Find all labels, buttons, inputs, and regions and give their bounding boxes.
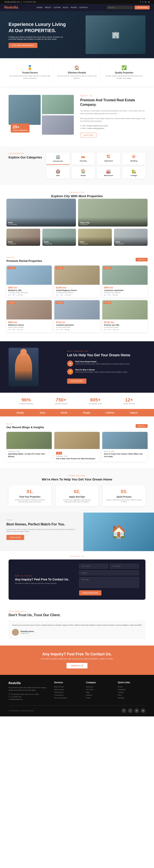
city-berlin[interactable]: Paris 5 Properties	[6, 229, 40, 246]
nav-contact[interactable]: CONTACT	[79, 6, 88, 8]
property-card-5[interactable]: For Rent $720 /mo Cardinal Apartment 44 …	[54, 300, 100, 332]
step-title-1: Find Your Properties	[12, 496, 48, 498]
footer-link-buy[interactable]: Buy A Home	[54, 686, 82, 688]
step-num-1: 01.	[12, 489, 48, 494]
youtube-icon[interactable]: yt	[148, 1, 150, 3]
contact-name-input[interactable]	[79, 564, 108, 569]
list-property-button[interactable]: List Property	[134, 6, 150, 9]
cottage-icon: 🏡	[124, 169, 144, 174]
property-card-6[interactable]: For Sale $1100 /mo Prairiue Apt Villa 8 …	[102, 300, 148, 332]
stat-deals-label: Successful Deals	[89, 403, 102, 405]
blog-card-3[interactable]: March 18, 2024 How To Keep Your House Cl…	[102, 432, 148, 462]
search-input[interactable]	[107, 6, 133, 9]
hero-cta-button[interactable]: EXPLORE PROPERTIES	[8, 43, 37, 48]
linkedin-icon[interactable]: in	[145, 1, 146, 3]
rental-view-all-button[interactable]: VIEW ALL	[136, 258, 148, 261]
footer-twitter-icon[interactable]: t	[128, 708, 132, 713]
city-paris[interactable]: Paris 12 Properties	[6, 199, 76, 226]
cta-feature-icon-2: 🔑	[67, 369, 73, 375]
city-rome[interactable]: Paris 4 Properties	[78, 229, 112, 246]
footer-link-faq[interactable]: FAQ	[118, 694, 146, 696]
blog-card-2[interactable]: NEW February 5, 2024 Get A New Year Prom…	[54, 432, 100, 462]
categories-grid: 🏢 Commercial 🏘 Housing 🏗 Apartment 🏛 Bui…	[46, 152, 146, 179]
property-name-1: Blueberry Villa	[8, 289, 50, 291]
testimonial-card: " Incidunt qui consectetur ipsum dolore …	[8, 620, 146, 639]
cat-cottage[interactable]: 🏡 Cottage	[122, 167, 146, 179]
footer-link-commercial[interactable]: Commercial	[54, 694, 82, 696]
footer-link-preconstruction[interactable]: Pre-Construction	[54, 697, 82, 699]
stat-tenants: 750+ Satisfied Tenants	[54, 397, 68, 405]
city-london[interactable]: Paris 7 Properties	[42, 229, 76, 246]
footer-link-sitemap[interactable]: Sitemap	[118, 697, 146, 699]
cta-section: WHY CHOOSE US? Let Us Help You Get Your …	[0, 341, 154, 393]
footer-link-careers[interactable]: Careers	[86, 694, 114, 696]
footer-linkedin-icon[interactable]: in	[134, 708, 139, 713]
brand-hofbrew: hofbrew	[106, 411, 114, 414]
footer-link-rent[interactable]: Rent A Home	[54, 689, 82, 690]
footer-link-home[interactable]: Home	[118, 686, 146, 688]
years-badge: 25+ Years In Business	[11, 124, 30, 132]
contact-submit-button[interactable]: SEND MESSAGE	[79, 590, 102, 595]
cat-studio[interactable]: 🏠 Studio	[72, 167, 95, 179]
footer-link-about[interactable]: About Us	[86, 686, 114, 688]
footer-contacts: 📍 123 Business Street, New York, NY 1000…	[8, 693, 50, 700]
warehouse-icon: 🏭	[99, 169, 118, 174]
city-tokyo[interactable]: Tokyo City 8 Properties	[78, 199, 148, 226]
blog-card-1[interactable]: January 12, 2024 Spending Habits: 13 Tip…	[6, 432, 52, 462]
contact-email-input[interactable]	[110, 564, 139, 569]
cat-commercial[interactable]: 🏢 Commercial	[46, 152, 69, 165]
cat-apartment[interactable]: 🏗 Apartment	[97, 152, 120, 165]
footer-link-properties[interactable]: Properties	[118, 689, 146, 690]
cities-bottom-row: Paris 5 Properties Paris 7 Properties Pa…	[6, 229, 148, 246]
cat-commercial-label: Commercial	[48, 160, 68, 162]
property-card-4[interactable]: For Rent $950 /mo Whitecorn House 5 Main…	[6, 300, 52, 332]
cat-villa[interactable]: 🏰 Villa	[46, 167, 69, 179]
contact-cta-button[interactable]: CONTACT US	[67, 663, 87, 669]
contact-subject-input[interactable]	[79, 570, 139, 575]
facebook-icon[interactable]: f	[140, 1, 141, 3]
cta-know-more-button[interactable]: KNOW MORE	[67, 378, 86, 384]
nav-pages[interactable]: PAGES	[71, 6, 77, 8]
footer-youtube-icon[interactable]: yt	[141, 708, 146, 713]
cat-housing[interactable]: 🏘 Housing	[72, 152, 95, 165]
footer-link-sell[interactable]: Sell A Home	[54, 691, 82, 693]
footer-link-team[interactable]: Our Team	[86, 689, 114, 690]
newsletter-section: CONTACT US GET IN TOUCH Any Inquiry? Fee…	[0, 551, 154, 604]
cat-studio-label: Studio	[73, 175, 93, 177]
footer-link-contact[interactable]: Contact	[118, 691, 146, 693]
footer-link-blog[interactable]: Blog	[86, 691, 114, 693]
city-paris-name: Paris	[8, 222, 74, 224]
nav-home[interactable]: HOME	[37, 6, 43, 8]
contact-cta-section: Any Inquiry? Feel Free To Contact Us. Ou…	[0, 646, 154, 675]
brand-slack: slack	[40, 411, 45, 414]
property-meta-5: 🛏 2 🚿 2 980 sqft	[56, 329, 98, 331]
nav-listing[interactable]: LISTING	[53, 6, 61, 8]
property-card-1[interactable]: For Rent $850 /mo Blueberry Villa 1 Park…	[6, 266, 52, 298]
brand-airbnb: airbnb	[61, 411, 67, 414]
twitter-icon[interactable]: t	[143, 1, 143, 3]
footer-link-press[interactable]: Press	[86, 697, 114, 699]
blog-view-all-button[interactable]: VIEW ALL	[136, 424, 148, 428]
stat-feedback-label: Positive Feedback	[19, 403, 33, 405]
footer-facebook-icon[interactable]: f	[121, 708, 126, 713]
nav-blog[interactable]: BLOG	[63, 6, 69, 8]
blog-img-1	[6, 432, 52, 449]
cta-image-side	[8, 348, 61, 386]
city-dubai-count: 9 Properties	[116, 243, 146, 245]
topbar-social: f t in yt	[139, 1, 150, 3]
property-img-6: For Sale	[102, 300, 148, 319]
property-tag-3: For Rent	[104, 267, 111, 269]
property-img-4: For Rent	[6, 300, 52, 319]
contact-message-input[interactable]	[79, 577, 139, 588]
property-card-2[interactable]: For Sale $1200 /mo Grand Regency House 1…	[54, 266, 100, 298]
property-card-3[interactable]: For Rent $680 /mo Luxurious Apartment 22…	[102, 266, 148, 298]
steps-label: HOME BUYING	[8, 475, 146, 476]
nav-about[interactable]: ABOUT	[45, 6, 51, 8]
city-dubai[interactable]: Paris 9 Properties	[114, 229, 148, 246]
learn-more-button[interactable]: Learn More	[80, 133, 97, 137]
feature-quality-title: Quality Properties	[103, 71, 146, 74]
find-home-button[interactable]: FIND HOME	[6, 535, 24, 540]
site-logo[interactable]: Realvilla	[4, 6, 18, 9]
cat-warehouse[interactable]: 🏭 Warehouse	[97, 167, 120, 179]
cat-building[interactable]: 🏛 Building	[122, 152, 146, 165]
